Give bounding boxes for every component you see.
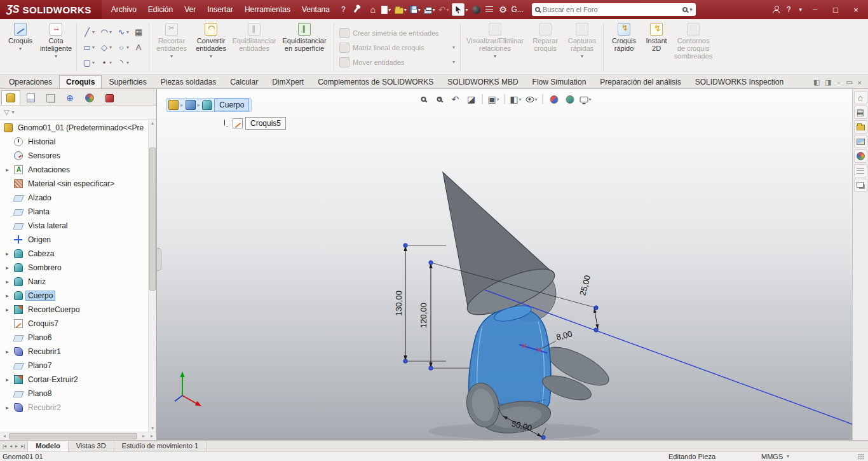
doc-restore-button[interactable]: ▭	[846, 78, 852, 86]
point-tool[interactable]: •▾	[98, 57, 113, 69]
section-view-button[interactable]: ◪	[465, 93, 478, 106]
view-orientation-button[interactable]: ▣▾	[487, 93, 500, 106]
pane-right-icon[interactable]: ◨	[825, 78, 831, 86]
home-tab-button[interactable]: ⌂	[854, 91, 867, 104]
offset-on-surface-button[interactable]: Equidistanciar en superficie	[278, 21, 331, 74]
shaded-sketch-contours-button[interactable]: Contornos de croquis sombreados	[671, 21, 715, 74]
tree-item-plano7[interactable]: Plano7	[0, 359, 148, 373]
circle-tool[interactable]: ○▾	[115, 41, 130, 54]
doc-minimize-button[interactable]: −	[837, 79, 841, 86]
apply-scene-button[interactable]	[564, 93, 576, 106]
open-button[interactable]: ▾	[394, 3, 407, 17]
tree-item-nariz[interactable]: ▸Nariz	[0, 275, 148, 289]
tree-item-sombrero[interactable]: ▸Sombrero	[0, 261, 148, 275]
mirror-entities-button[interactable]: Crear simetría de entidades	[339, 28, 455, 38]
search-submit-icon[interactable]	[682, 7, 688, 12]
menu-archivo[interactable]: Archivo	[105, 0, 142, 19]
zoom-area-button[interactable]	[433, 93, 446, 106]
zoom-fit-button[interactable]	[417, 93, 430, 106]
new-document-button[interactable]: ▾	[381, 3, 392, 17]
scrollbar-thumb[interactable]	[149, 148, 156, 291]
hide-show-items-button[interactable]: ▾	[526, 93, 538, 106]
rapid-sketch-button[interactable]: Croquis rápido	[606, 21, 642, 74]
close-window-button[interactable]: ×	[849, 5, 863, 15]
tree-item-historial[interactable]: Historial	[0, 135, 148, 149]
spline-tool[interactable]: ∿▾	[115, 26, 130, 39]
graphics-area[interactable]: 130,00 120,00 25,00 8,00	[157, 89, 852, 440]
sketch-button[interactable]: Croquis ▾	[3, 21, 38, 74]
tree-item-cuerpo[interactable]: ▸Cuerpo	[0, 289, 148, 303]
appearances-button[interactable]	[854, 149, 867, 163]
tree-item-anotaciones[interactable]: ▸Anotaciones	[0, 163, 148, 177]
units-dropdown[interactable]: ▾	[787, 453, 789, 459]
rectangle-tool[interactable]: ▭▾	[81, 41, 96, 54]
tree-item-sensores[interactable]: Sensores	[0, 149, 148, 163]
menu-herramientas[interactable]: Herramientas	[239, 0, 296, 19]
search-input[interactable]	[540, 6, 682, 13]
units-status[interactable]: MMGS	[761, 453, 783, 460]
text-tool[interactable]: A	[132, 41, 145, 54]
tab-configurationmanager[interactable]	[41, 90, 60, 105]
user-account-icon[interactable]	[773, 6, 780, 13]
convert-entities-button[interactable]: Convertir entidades ▾	[191, 21, 231, 74]
last-tab-button[interactable]: ▸|	[20, 443, 26, 449]
help-button[interactable]: ?	[787, 5, 791, 14]
quick-snaps-button[interactable]: Capturas rápidas ▾	[564, 21, 600, 74]
file-explorer-button[interactable]	[854, 120, 867, 134]
record-sphere-button[interactable]	[470, 3, 482, 17]
tree-item-origen[interactable]: Origen	[0, 233, 148, 247]
select-tool-button[interactable]: ▾	[451, 3, 468, 17]
tree-item-plano8[interactable]: Plano8	[0, 387, 148, 401]
previous-view-button[interactable]: ↶	[449, 93, 462, 106]
search-scope-dropdown[interactable]: ▾	[689, 6, 693, 13]
tree-vertical-scrollbar[interactable]: ▴ ▾	[148, 120, 156, 432]
polygon-tool[interactable]: ◇▾	[98, 41, 113, 54]
tab-modelo[interactable]: Modelo	[28, 441, 69, 451]
instant-2d-button[interactable]: Instant 2D	[642, 21, 671, 74]
menu-ventana[interactable]: Ventana	[296, 0, 336, 19]
tab-calcular[interactable]: Calcular	[223, 75, 265, 88]
menu-edicion[interactable]: Edición	[142, 0, 179, 19]
tree-item-croquis7[interactable]: Croquis7	[0, 317, 148, 331]
print-button[interactable]: ▾	[423, 3, 436, 17]
breadcrumb-part-icon[interactable]	[168, 100, 179, 110]
tab-dimxpert[interactable]: DimXpert	[265, 75, 311, 88]
breadcrumb-body-icon[interactable]	[186, 100, 196, 110]
view-settings-button[interactable]: ▾	[580, 93, 592, 106]
doc-close-button[interactable]: ×	[858, 79, 862, 86]
breadcrumb-feature-icon[interactable]	[202, 100, 212, 110]
statusbar-grid-icon[interactable]	[858, 454, 864, 460]
tab-flow-simulation[interactable]: Flow Simulation	[526, 75, 593, 88]
pane-left-icon[interactable]: ◧	[813, 78, 820, 86]
edit-appearance-button[interactable]	[548, 93, 560, 106]
trim-entities-button[interactable]: Recortar entidades ▾	[152, 21, 191, 74]
tab-complementos[interactable]: Complementos de SOLIDWORKS	[311, 75, 440, 88]
tab-propertymanager[interactable]	[21, 90, 40, 105]
g-menu-button[interactable]: G...	[510, 3, 524, 17]
tab-solidworks-inspection[interactable]: SOLIDWORKS Inspection	[688, 75, 790, 88]
tree-item-cortar-extruir2[interactable]: ▸Cortar-Extruir2	[0, 373, 148, 387]
tree-item-recubrir2[interactable]: ▸Recubrir2	[0, 401, 148, 415]
home-button[interactable]: ⌂	[367, 3, 379, 17]
tree-item-cabeza[interactable]: ▸Cabeza	[0, 247, 148, 261]
tab-superficies[interactable]: Superficies	[102, 75, 153, 88]
menu-ver[interactable]: Ver	[179, 0, 201, 19]
forum-button[interactable]	[854, 179, 867, 192]
help-dropdown[interactable]: ▾	[799, 6, 802, 13]
smart-dimension-button[interactable]: Cota inteligente ▾	[38, 21, 74, 74]
tab-croquis[interactable]: Croquis	[59, 75, 102, 88]
list-button[interactable]	[484, 3, 495, 17]
tab-displaymanager[interactable]	[80, 90, 99, 105]
tab-piezas-soldadas[interactable]: Piezas soldadas	[154, 75, 223, 88]
tree-item-recubrir1[interactable]: ▸Recubrir1	[0, 345, 148, 359]
line-tool[interactable]: ╱▾	[81, 26, 96, 39]
panel-splitter-handle[interactable]	[157, 248, 161, 271]
tree-item-vista-lateral[interactable]: Vista lateral	[0, 219, 148, 233]
offset-entities-button[interactable]: Equidistanciar entidades	[231, 21, 278, 74]
breadcrumb-sketch-label[interactable]: Croquis5	[245, 117, 286, 130]
maximize-window-button[interactable]: □	[829, 5, 843, 15]
filter-icon[interactable]: ▽	[4, 108, 9, 116]
first-tab-button[interactable]: |◂	[1, 443, 8, 449]
tree-item-part-root[interactable]: Gnomo01_01 (Predeterminado<<Pre	[0, 121, 148, 135]
options-button[interactable]: ⚙	[497, 3, 508, 17]
